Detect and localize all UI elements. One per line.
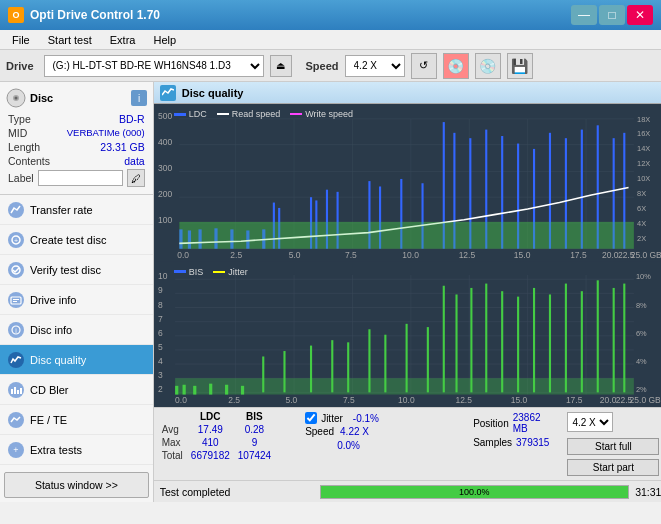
write-speed-legend: Write speed: [290, 109, 353, 119]
svg-rect-136: [442, 285, 444, 392]
speed-selector-row: 1.0 X2.0 X4.0 X4.2 X6.0 X8.0 X: [567, 412, 659, 432]
speed-stat-label: Speed: [305, 426, 334, 437]
ldc-chart-svg: 500 400 300 200 100: [156, 106, 661, 262]
disc-section: Disc i Type BD-R MID VERBATIMe (000) Len…: [0, 82, 153, 195]
position-label: Position: [473, 418, 509, 429]
label-button[interactable]: 🖊: [127, 169, 145, 187]
svg-text:0.0: 0.0: [175, 395, 187, 405]
svg-text:5.0: 5.0: [288, 250, 300, 260]
bis-legend: BIS: [174, 267, 204, 277]
close-button[interactable]: ✕: [627, 5, 653, 25]
label-input[interactable]: [38, 170, 123, 186]
stats-table: LDC BIS Avg 17.49 0.28 Max 410: [158, 410, 291, 478]
svg-text:17.5: 17.5: [570, 250, 587, 260]
svg-text:25.0 GB: 25.0 GB: [630, 250, 661, 260]
svg-rect-126: [241, 385, 244, 394]
start-full-button[interactable]: Start full: [567, 438, 659, 455]
max-ldc: 410: [187, 436, 234, 449]
total-label: Total: [158, 449, 187, 462]
save-button[interactable]: 💾: [507, 53, 533, 79]
status-window-button[interactable]: Status window >>: [4, 472, 149, 498]
svg-rect-132: [368, 329, 370, 392]
svg-text:2.5: 2.5: [230, 250, 242, 260]
read-speed-legend-color: [217, 113, 229, 115]
svg-text:+: +: [14, 237, 18, 244]
title-bar: O Opti Drive Control 1.70 — □ ✕: [0, 0, 661, 30]
disc-button2[interactable]: 💿: [475, 53, 501, 79]
menu-extra[interactable]: Extra: [102, 33, 144, 47]
jitter-max-val: 0.0%: [337, 440, 360, 451]
nav-verify-test-disc[interactable]: Verify test disc: [0, 255, 153, 285]
disc-button1[interactable]: 💿: [443, 53, 469, 79]
svg-text:10.0: 10.0: [398, 395, 415, 405]
svg-text:20.0: 20.0: [600, 395, 617, 405]
nav-create-test-disc[interactable]: + Create test disc: [0, 225, 153, 255]
minimize-button[interactable]: —: [571, 5, 597, 25]
content-area: Disc quality LDC Read speed: [154, 82, 661, 502]
svg-rect-133: [384, 334, 386, 392]
menu-start-test[interactable]: Start test: [40, 33, 100, 47]
menu-help[interactable]: Help: [145, 33, 184, 47]
jitter-legend: Jitter: [213, 267, 248, 277]
avg-bis: 0.28: [234, 423, 275, 436]
jitter-checkbox[interactable]: [305, 412, 317, 424]
svg-rect-137: [455, 294, 457, 392]
svg-text:4: 4: [158, 356, 163, 366]
svg-text:0.0: 0.0: [177, 250, 189, 260]
svg-rect-13: [11, 389, 13, 394]
svg-text:100: 100: [158, 215, 172, 225]
total-ldc: 6679182: [187, 449, 234, 462]
disc-quality-header-icon: [160, 85, 176, 101]
eject-button[interactable]: ⏏: [270, 55, 292, 77]
disc-title: Disc: [30, 92, 53, 104]
menu-bar: File Start test Extra Help: [0, 30, 661, 50]
svg-text:12X: 12X: [637, 159, 650, 168]
nav-disc-quality[interactable]: Disc quality: [0, 345, 153, 375]
svg-rect-147: [612, 288, 614, 392]
disc-label-row: Label 🖊: [6, 168, 147, 188]
stats-area: LDC BIS Avg 17.49 0.28 Max 410: [154, 407, 661, 480]
sidebar: Disc i Type BD-R MID VERBATIMe (000) Len…: [0, 82, 154, 502]
svg-text:6%: 6%: [636, 328, 647, 337]
nav-cd-bler[interactable]: CD Bler: [0, 375, 153, 405]
disc-info-icon: i: [8, 322, 24, 338]
svg-text:7.5: 7.5: [343, 395, 355, 405]
refresh-button[interactable]: ↺: [411, 53, 437, 79]
bis-legend-color: [174, 270, 186, 273]
position-row: Position 23862 MB: [473, 412, 549, 434]
disc-contents-row: Contents data: [6, 154, 147, 168]
svg-text:+: +: [13, 445, 18, 455]
app-icon: O: [8, 7, 24, 23]
svg-text:15.0: 15.0: [510, 395, 527, 405]
start-part-button[interactable]: Start part: [567, 459, 659, 476]
maximize-button[interactable]: □: [599, 5, 625, 25]
ldc-legend-color: [174, 113, 186, 116]
avg-ldc: 17.49: [187, 423, 234, 436]
svg-rect-127: [262, 356, 264, 392]
speed-select[interactable]: 4.2 X: [345, 55, 405, 77]
nav-disc-info[interactable]: i Disc info: [0, 315, 153, 345]
nav-extra-tests[interactable]: + Extra tests: [0, 435, 153, 465]
svg-rect-140: [501, 291, 503, 392]
menu-file[interactable]: File: [4, 33, 38, 47]
svg-text:8%: 8%: [636, 300, 647, 309]
svg-text:17.5: 17.5: [566, 395, 583, 405]
drive-select[interactable]: (G:) HL-DT-ST BD-RE WH16NS48 1.D3: [44, 55, 264, 77]
nav-drive-info[interactable]: Drive info: [0, 285, 153, 315]
svg-rect-134: [405, 323, 407, 392]
read-speed-legend: Read speed: [217, 109, 281, 119]
svg-rect-145: [580, 291, 582, 392]
nav-fe-te[interactable]: FE / TE: [0, 405, 153, 435]
svg-rect-128: [283, 351, 285, 392]
nav-transfer-rate[interactable]: Transfer rate: [0, 195, 153, 225]
svg-text:14X: 14X: [637, 144, 650, 153]
svg-text:4X: 4X: [637, 219, 646, 228]
test-speed-select[interactable]: 1.0 X2.0 X4.0 X4.2 X6.0 X8.0 X: [567, 412, 613, 432]
write-speed-legend-label: Write speed: [305, 109, 353, 119]
svg-rect-88: [179, 222, 633, 249]
svg-rect-130: [331, 340, 333, 392]
speed-stat-row: Speed 4.22 X: [305, 426, 453, 437]
status-text: Test completed: [160, 486, 314, 498]
svg-rect-125: [225, 384, 228, 394]
disc-extra-icon: i: [131, 90, 147, 106]
